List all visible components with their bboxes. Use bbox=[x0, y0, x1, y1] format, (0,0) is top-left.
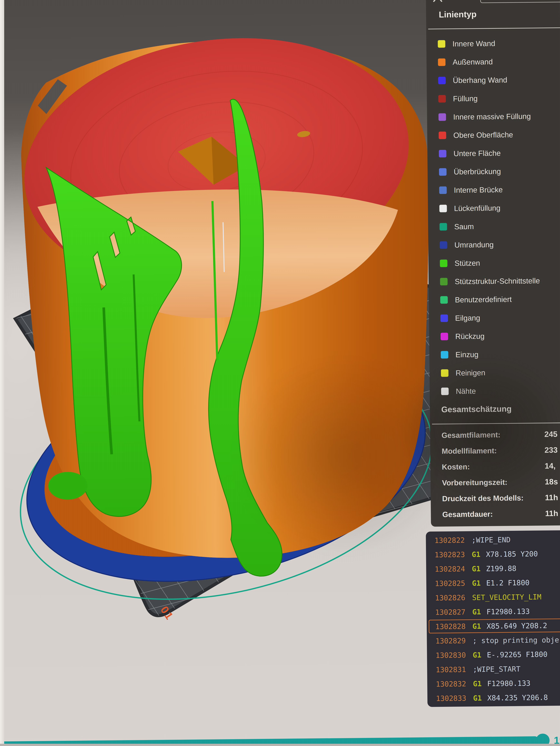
legend-item[interactable]: Einzug bbox=[429, 344, 560, 364]
color-swatch bbox=[438, 77, 446, 84]
legend-item[interactable]: Umrandung bbox=[428, 235, 560, 254]
legend-item[interactable]: Untere Fläche bbox=[427, 143, 560, 163]
gcode-command: G1 bbox=[472, 565, 480, 573]
legend-item[interactable]: Obere Oberfläche bbox=[427, 125, 560, 145]
legend-item-label: Füllung bbox=[453, 94, 478, 103]
legend-item[interactable]: Stützstruktur-Schnittstelle bbox=[429, 271, 560, 291]
legend-item[interactable]: Überbrückung bbox=[428, 162, 560, 181]
gcode-command: G1 bbox=[473, 694, 482, 702]
legend-item[interactable]: Innere Wand bbox=[426, 34, 560, 53]
color-swatch bbox=[439, 150, 446, 157]
gcode-line-number: 1302827 bbox=[426, 608, 466, 616]
gcode-viewer-panel[interactable]: 1302822 ;WIPE_END 1302823 G1 X78.185 Y20… bbox=[426, 530, 560, 707]
legend-item[interactable]: Stützen bbox=[429, 253, 560, 272]
estimate-row: Druckzeit des Modells: 11h bbox=[431, 489, 560, 507]
estimate-row: Kosten: 14, bbox=[430, 458, 560, 475]
gcode-line-number: 1302832 bbox=[427, 680, 466, 688]
legend-item-label: Eilgang bbox=[455, 313, 480, 322]
estimate-label: Kosten: bbox=[430, 462, 470, 471]
gcode-line-number: 1302828 bbox=[426, 622, 466, 631]
screen: 01 </> Linientyp Linientyp Innere Wand bbox=[0, 0, 560, 746]
estimate-label: Vorbereitungszeit: bbox=[431, 478, 507, 487]
collapse-icon[interactable] bbox=[433, 0, 443, 3]
gcode-line[interactable]: 1302822 ;WIPE_END bbox=[426, 532, 560, 548]
gcode-line-number: 1302822 bbox=[426, 536, 465, 545]
color-swatch bbox=[441, 388, 449, 395]
color-swatch bbox=[439, 132, 446, 139]
divider bbox=[428, 27, 560, 29]
legend-item-label: Stützstruktur-Schnittstelle bbox=[455, 276, 540, 286]
gcode-line[interactable]: 1302824 G1 Z199.88 bbox=[426, 561, 560, 576]
legend-item-label: Benutzerdefiniert bbox=[455, 295, 511, 304]
gcode-line[interactable]: 1302823 G1 X78.185 Y200 bbox=[426, 546, 560, 562]
gcode-command: G1 bbox=[472, 579, 481, 587]
estimate-row: Gesamtfilament: 245 bbox=[430, 426, 560, 443]
legend-item-label: Nähte bbox=[456, 386, 476, 396]
gcode-line-number: 1302829 bbox=[427, 636, 466, 645]
gcode-command: G1 bbox=[472, 608, 481, 616]
legend-item-label: Interne Brücke bbox=[454, 185, 503, 195]
legend-item-label: Einzug bbox=[455, 350, 478, 359]
gcode-line-number: 1302823 bbox=[426, 550, 465, 559]
legend-item-label: Umrandung bbox=[454, 240, 494, 250]
gcode-window-icon[interactable]: </> bbox=[449, 0, 462, 1]
color-swatch bbox=[440, 314, 448, 322]
color-swatch bbox=[440, 260, 447, 267]
color-swatch bbox=[441, 369, 448, 377]
gcode-line[interactable]: 1302826 SET_VELOCITY_LIM bbox=[426, 589, 560, 605]
legend-item[interactable]: Außenwand bbox=[426, 52, 560, 71]
gcode-line[interactable]: 1302830 G1 E-.92265 F1800 bbox=[427, 647, 560, 662]
legend-item[interactable]: Lückenfüllung bbox=[428, 198, 560, 218]
estimate-label: Modellfilament: bbox=[430, 446, 497, 456]
estimate-label: Gesamtfilament: bbox=[430, 430, 500, 440]
view-type-dropdown[interactable]: Linientyp bbox=[480, 0, 560, 3]
color-swatch bbox=[440, 278, 448, 285]
gcode-line[interactable]: 1302831 ;WIPE_START bbox=[427, 661, 560, 677]
gcode-line[interactable]: 1302828 G1 X85.649 Y208.2 bbox=[426, 618, 560, 634]
legend-item-label: Saum bbox=[454, 222, 474, 231]
gcode-line[interactable]: 1302832 G1 F12980.133 bbox=[427, 676, 560, 691]
color-swatch bbox=[438, 95, 446, 103]
legend-item-label: Überbrückung bbox=[454, 167, 501, 176]
gcode-args: SET_VELOCITY_LIM bbox=[472, 593, 541, 602]
gcode-args: F12980.133 bbox=[487, 607, 530, 616]
legend-item-label: Innere massive Füllung bbox=[453, 112, 531, 121]
gcode-line[interactable]: 1302829 ; stop printing obje bbox=[427, 632, 560, 648]
color-swatch bbox=[438, 40, 445, 48]
legend-item-label: Reinigen bbox=[455, 368, 485, 377]
legend-item[interactable]: Benutzerdefiniert bbox=[429, 290, 560, 309]
legend-item[interactable]: Füllung bbox=[427, 89, 560, 108]
legend-item[interactable]: Saum bbox=[428, 217, 560, 236]
legend-list: Innere Wand Außenwand Überhang Wand Füll… bbox=[426, 34, 560, 401]
color-swatch bbox=[439, 168, 447, 176]
viewport-toolbar: </> Linientyp bbox=[433, 0, 560, 4]
estimate-row: Modellfilament: 233 bbox=[430, 442, 560, 459]
estimate-value: 233 bbox=[544, 446, 558, 455]
gcode-line[interactable]: 1302827 G1 F12980.133 bbox=[426, 604, 560, 619]
legend-item[interactable]: Reinigen bbox=[430, 363, 560, 382]
chevron-down-icon bbox=[468, 0, 474, 1]
legend-item-label: Stützen bbox=[454, 259, 480, 268]
gcode-command: G1 bbox=[472, 622, 481, 630]
legend-item[interactable]: Rückzug bbox=[429, 326, 560, 346]
legend-item[interactable]: Innere massive Füllung bbox=[427, 107, 560, 126]
color-swatch bbox=[438, 113, 446, 121]
legend-panel: </> Linientyp Linientyp Innere Wand Auße… bbox=[426, 0, 560, 526]
gcode-line[interactable]: 1302825 G1 E1.2 F1800 bbox=[426, 575, 560, 591]
color-swatch bbox=[441, 351, 448, 358]
estimate-title: Gesamtschätzung bbox=[441, 404, 511, 414]
estimate-table: Gesamtfilament: 245 Modellfilament: 233 … bbox=[430, 426, 560, 522]
legend-item[interactable]: Nähte bbox=[430, 381, 560, 401]
gcode-command: G1 bbox=[473, 679, 481, 688]
estimate-value: 11h bbox=[545, 493, 558, 502]
legend-item[interactable]: Überhang Wand bbox=[426, 70, 560, 90]
legend-item[interactable]: Interne Brücke bbox=[428, 180, 560, 199]
legend-item-label: Rückzug bbox=[455, 332, 485, 341]
color-swatch bbox=[439, 205, 447, 212]
legend-item[interactable]: Eilgang bbox=[429, 308, 560, 327]
gcode-command: G1 bbox=[472, 550, 480, 558]
color-swatch bbox=[441, 333, 448, 340]
gcode-line[interactable]: 1302833 G1 X84.235 Y206.8 bbox=[428, 690, 560, 706]
color-swatch bbox=[440, 241, 447, 249]
color-swatch bbox=[440, 296, 448, 304]
